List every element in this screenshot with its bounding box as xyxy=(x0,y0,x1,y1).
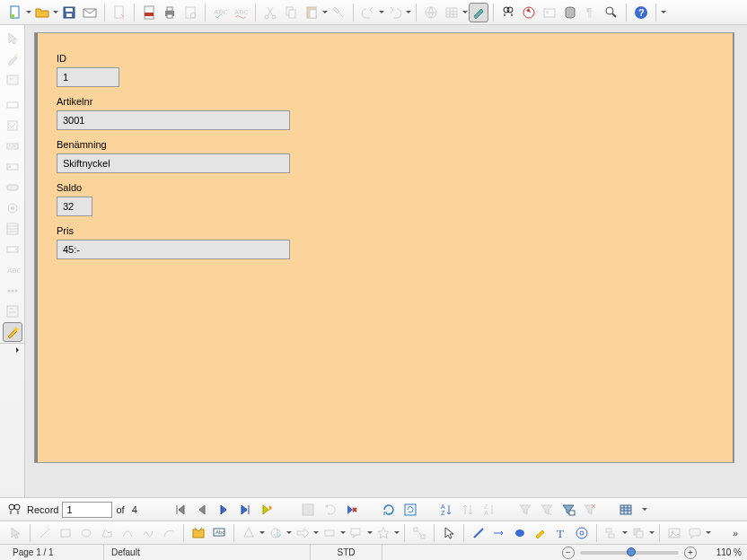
status-style[interactable]: Default xyxy=(104,545,311,561)
auto-spellcheck-button[interactable]: ABC xyxy=(231,3,250,22)
copy-button[interactable] xyxy=(281,3,301,22)
option-button-tool[interactable] xyxy=(3,198,22,218)
last-record-button[interactable] xyxy=(236,501,254,519)
prev-record-button[interactable] xyxy=(193,501,211,519)
document-area[interactable]: ID 1 Artikelnr 3001 Benämning Skiftnycke… xyxy=(25,25,747,497)
basic-shapes-dropdown[interactable] xyxy=(259,523,265,543)
edit-doc-button[interactable] xyxy=(110,3,129,22)
select-tool[interactable] xyxy=(3,29,22,48)
insert-comment-tool[interactable] xyxy=(685,523,705,543)
navigator-button[interactable] xyxy=(519,3,539,22)
control-wizard-tool[interactable] xyxy=(3,49,22,69)
area-style-tool[interactable] xyxy=(510,523,530,543)
label-field-tool[interactable]: ABC xyxy=(3,260,22,280)
symbol-shapes-dropdown[interactable] xyxy=(286,523,292,543)
apply-filter-button[interactable] xyxy=(538,501,556,519)
data-source-as-table-button[interactable] xyxy=(617,501,635,519)
first-record-button[interactable] xyxy=(171,501,189,519)
draw-bar-overflow[interactable]: » xyxy=(729,528,742,538)
zoom-out-button[interactable]: − xyxy=(562,547,575,559)
design-mode-button[interactable] xyxy=(469,3,488,22)
more-controls-tool[interactable] xyxy=(3,281,22,301)
table-button[interactable] xyxy=(442,3,461,22)
data-sources-button[interactable] xyxy=(560,3,580,22)
status-mode[interactable]: STD xyxy=(311,545,382,561)
cut-button[interactable] xyxy=(260,3,280,22)
listbox-tool[interactable] xyxy=(3,219,22,239)
insert-image-tool[interactable] xyxy=(664,523,684,543)
block-arrows-dropdown[interactable] xyxy=(313,523,319,543)
basic-shapes-tool[interactable] xyxy=(239,523,259,543)
arrow-style-tool[interactable] xyxy=(489,523,509,543)
preview-button[interactable] xyxy=(180,3,200,22)
arrange-tool[interactable] xyxy=(628,523,648,543)
draw-polygon-tool[interactable] xyxy=(97,523,117,543)
new-record-button[interactable] xyxy=(258,501,276,519)
redo-dropdown[interactable] xyxy=(406,3,411,22)
field-benamning[interactable]: Skiftnyckel xyxy=(57,153,290,173)
nonprinting-button[interactable]: ¶ xyxy=(581,3,601,22)
draw-ellipse-tool[interactable] xyxy=(76,523,96,543)
paste-dropdown[interactable] xyxy=(322,3,328,22)
undo-button[interactable] xyxy=(358,3,378,22)
open-dropdown[interactable] xyxy=(53,3,58,22)
save-record-button[interactable] xyxy=(299,501,317,519)
fontwork-tool[interactable] xyxy=(572,523,592,543)
draw-arc-tool[interactable] xyxy=(159,523,179,543)
field-pris[interactable]: 45:- xyxy=(57,240,290,259)
formatted-field-tool[interactable]: #. xyxy=(3,157,22,177)
field-artikelnr[interactable]: 3001 xyxy=(57,110,290,130)
spellcheck-button[interactable]: ABC xyxy=(210,3,230,22)
draw-rect-tool[interactable] xyxy=(56,523,75,543)
field-saldo[interactable]: 32 xyxy=(57,197,92,216)
save-button[interactable] xyxy=(59,3,79,22)
sort-button[interactable] xyxy=(459,501,477,519)
draw-callout-tool[interactable]: Abc xyxy=(209,523,229,543)
undo-record-button[interactable] xyxy=(321,501,338,519)
zoom-slider-track[interactable] xyxy=(580,551,679,555)
form-filter-button[interactable] xyxy=(559,501,577,519)
draw-curve-tool[interactable] xyxy=(118,523,137,543)
align-dropdown[interactable] xyxy=(622,523,628,543)
draw-text-tool[interactable] xyxy=(189,523,208,543)
redo-button[interactable] xyxy=(385,3,405,22)
textbox-tool[interactable]: ABC xyxy=(3,136,22,156)
checkbox-tool[interactable] xyxy=(3,116,22,136)
open-button[interactable] xyxy=(32,3,52,22)
autofilter-button[interactable] xyxy=(516,501,534,519)
help-button[interactable]: ? xyxy=(631,3,651,22)
wizards-tool[interactable] xyxy=(3,322,22,342)
undo-dropdown[interactable] xyxy=(379,3,384,22)
field-id[interactable]: 1 xyxy=(57,67,119,87)
print-button[interactable] xyxy=(160,3,180,22)
find-button[interactable] xyxy=(498,3,518,22)
form-properties-tool[interactable] xyxy=(3,302,22,321)
text-tool[interactable]: T xyxy=(551,523,571,543)
zoom-button[interactable] xyxy=(602,3,621,22)
remove-filter-button[interactable] xyxy=(581,501,599,519)
delete-record-button[interactable] xyxy=(342,501,360,519)
email-button[interactable] xyxy=(80,3,100,22)
symbol-shapes-tool[interactable]: ⚓ xyxy=(266,523,286,543)
record-number-input[interactable] xyxy=(62,502,112,518)
stars-tool[interactable] xyxy=(374,523,393,543)
flowchart-dropdown[interactable] xyxy=(340,523,346,543)
insert-dropdown[interactable] xyxy=(706,523,711,543)
new-doc-button[interactable] xyxy=(5,3,25,22)
draw-select-tool[interactable] xyxy=(5,523,25,543)
draw-select2-tool[interactable] xyxy=(439,523,459,543)
zoom-slider-thumb[interactable] xyxy=(627,547,636,556)
table-dropdown[interactable] xyxy=(462,3,468,22)
pdf-button[interactable] xyxy=(139,3,159,22)
points-tool[interactable] xyxy=(409,523,429,543)
refresh-button[interactable] xyxy=(380,501,398,519)
pushbutton-tool[interactable] xyxy=(3,178,22,197)
new-doc-dropdown[interactable] xyxy=(26,3,31,22)
zoom-in-button[interactable]: + xyxy=(684,547,697,559)
flowchart-tool[interactable] xyxy=(320,523,339,543)
draw-freeform-tool[interactable] xyxy=(138,523,158,543)
zoom-value[interactable]: 110 % xyxy=(702,547,742,557)
label-tool[interactable] xyxy=(3,95,22,115)
sort-asc-button[interactable]: AZ xyxy=(437,501,455,519)
side-toolbar-expand[interactable] xyxy=(0,343,25,355)
